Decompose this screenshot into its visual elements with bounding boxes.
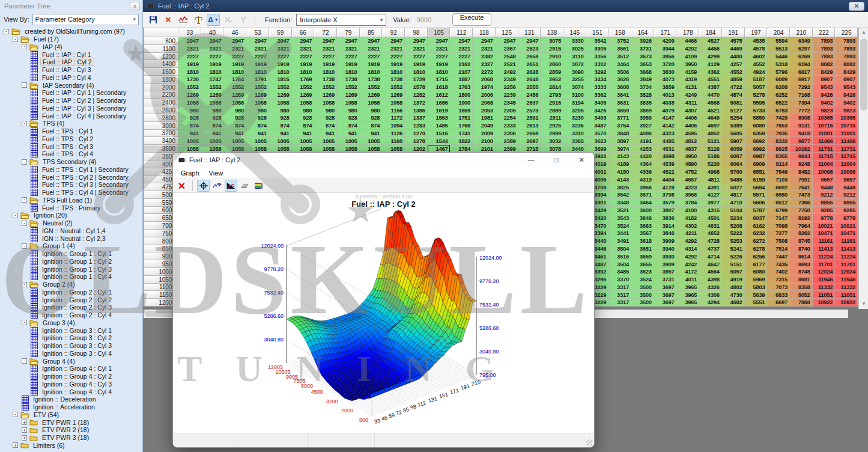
- row-header[interactable]: 3400: [144, 137, 178, 145]
- table-cell[interactable]: 1552: [337, 84, 360, 91]
- table-cell[interactable]: 1552: [382, 84, 405, 91]
- table-cell[interactable]: 3500: [631, 284, 654, 292]
- table-cell[interactable]: 7168: [790, 91, 813, 99]
- table-cell[interactable]: 6256: [745, 252, 768, 260]
- table-cell[interactable]: 2306: [496, 130, 518, 138]
- table-cell[interactable]: 11001: [813, 130, 836, 138]
- table-cell[interactable]: 1005: [269, 137, 292, 145]
- table-cell[interactable]: 9402: [835, 99, 858, 106]
- table-cell[interactable]: 1337: [405, 114, 428, 122]
- table-cell[interactable]: 3500: [631, 291, 654, 299]
- table-cell[interactable]: 5104: [722, 207, 745, 215]
- row-header[interactable]: 3200: [144, 130, 178, 138]
- tree-item[interactable]: -created by OldSkullTuning.com (97): [0, 28, 142, 35]
- table-cell[interactable]: 7893: [835, 53, 858, 61]
- table-cell[interactable]: 1810: [337, 68, 360, 76]
- table-cell[interactable]: 9212: [835, 191, 858, 199]
- table-cell[interactable]: 3697: [654, 299, 677, 307]
- table-cell[interactable]: 928: [337, 114, 360, 122]
- column-header[interactable]: 138: [541, 28, 563, 37]
- table-cell[interactable]: 7893: [813, 45, 836, 53]
- row-header[interactable]: 1200: [144, 53, 178, 61]
- table-cell[interactable]: 9657: [835, 176, 858, 183]
- collapse-icon[interactable]: -: [22, 121, 27, 126]
- table-cell[interactable]: 1900: [450, 99, 473, 106]
- tree-item[interactable]: Ignition :: Group 1 : Cyl 4: [0, 273, 142, 281]
- table-cell[interactable]: 3720: [654, 60, 677, 68]
- table-cell[interactable]: 9426: [835, 91, 858, 99]
- table-cell[interactable]: 4191: [631, 137, 654, 145]
- row-header[interactable]: 2400: [144, 99, 178, 106]
- interpolate-x-button[interactable]: [222, 14, 235, 26]
- table-cell[interactable]: 3965: [676, 299, 699, 307]
- table-cell[interactable]: 8192: [790, 214, 813, 222]
- table-cell[interactable]: 4950: [676, 153, 699, 160]
- table-cell[interactable]: 1269: [201, 91, 224, 99]
- table-cell[interactable]: 10365: [835, 114, 858, 122]
- table-cell[interactable]: 8262: [790, 230, 813, 237]
- table-cell[interactable]: 2947: [246, 37, 269, 45]
- table-cell[interactable]: 4469: [722, 45, 745, 53]
- table-cell[interactable]: 4189: [609, 160, 631, 168]
- tree-item[interactable]: -Group 1 (4): [0, 242, 142, 250]
- table-cell[interactable]: 2947: [496, 37, 518, 45]
- table-cell[interactable]: 7098: [767, 222, 790, 230]
- table-cell[interactable]: 3807: [654, 207, 677, 215]
- table-cell[interactable]: 2492: [496, 68, 518, 76]
- table-cell[interactable]: 2916: [541, 99, 563, 106]
- execute-button[interactable]: Execute: [452, 13, 492, 26]
- table-cell[interactable]: 4649: [699, 114, 722, 122]
- table-cell[interactable]: 2256: [496, 84, 518, 91]
- table-cell[interactable]: 2947: [360, 37, 383, 45]
- table-cell[interactable]: 5253: [722, 237, 745, 245]
- table-cell[interactable]: 1058: [382, 99, 405, 106]
- table-cell[interactable]: 6617: [790, 68, 813, 76]
- table-cell[interactable]: 2389: [496, 137, 518, 145]
- table-cell[interactable]: 4387: [699, 84, 722, 91]
- table-cell[interactable]: 4147: [654, 114, 677, 122]
- table-cell[interactable]: 2637: [518, 99, 541, 106]
- table-cell[interactable]: 6551: [745, 168, 768, 176]
- table-cell[interactable]: 4073: [654, 76, 677, 84]
- table-cell[interactable]: 2915: [541, 45, 563, 53]
- table-cell[interactable]: 8908: [790, 114, 813, 122]
- table-cell[interactable]: 5606: [745, 199, 768, 207]
- column-header[interactable]: 33: [178, 28, 201, 37]
- table-cell[interactable]: 12024: [835, 268, 858, 276]
- table-cell[interactable]: 3914: [654, 222, 677, 230]
- tree-item[interactable]: Fuel :: TPS : Cyl 2 | Secondary: [0, 173, 142, 181]
- table-cell[interactable]: 11731: [835, 145, 858, 153]
- resize-grip[interactable]: [586, 439, 592, 445]
- table-cell[interactable]: 10471: [813, 230, 836, 237]
- table-cell[interactable]: 2227: [337, 53, 360, 61]
- table-cell[interactable]: 1815: [269, 76, 292, 84]
- table-cell[interactable]: 6917: [790, 76, 813, 84]
- table-cell[interactable]: 1919: [405, 60, 428, 68]
- table-cell[interactable]: 4420: [631, 153, 654, 160]
- table-cell[interactable]: 8082: [813, 60, 836, 68]
- tree-item[interactable]: +ETV PWR 2 (18): [0, 426, 142, 434]
- table-cell[interactable]: 11051: [813, 291, 836, 299]
- table-cell[interactable]: 5241: [722, 245, 745, 253]
- table-cell[interactable]: 2947: [269, 37, 292, 45]
- tree-item[interactable]: Ignition :: Group 4 : Cyl 2: [0, 373, 142, 380]
- table-cell[interactable]: 2227: [178, 53, 201, 61]
- table-cell[interactable]: 3950: [676, 60, 699, 68]
- table-cell[interactable]: 5220: [699, 160, 722, 168]
- table-cell[interactable]: 4302: [676, 222, 699, 230]
- table-cell[interactable]: 980: [246, 106, 269, 114]
- graph-type-button[interactable]: [225, 180, 237, 192]
- table-cell[interactable]: 4143: [609, 176, 631, 183]
- table-cell[interactable]: 4919: [722, 276, 745, 284]
- table-cell[interactable]: 1269: [269, 91, 292, 99]
- table-cell[interactable]: 2100: [473, 137, 496, 145]
- corner-header[interactable]: [144, 28, 178, 37]
- maximize-button[interactable]: □: [544, 153, 569, 167]
- table-cell[interactable]: 3825: [609, 183, 631, 191]
- table-cell[interactable]: 3965: [676, 284, 699, 292]
- table-cell[interactable]: 9778: [813, 214, 836, 222]
- table-cell[interactable]: 1269: [246, 91, 269, 99]
- table-cell[interactable]: 1859: [450, 106, 473, 114]
- table-cell[interactable]: 4249: [676, 91, 699, 99]
- table-cell[interactable]: 4159: [676, 68, 699, 76]
